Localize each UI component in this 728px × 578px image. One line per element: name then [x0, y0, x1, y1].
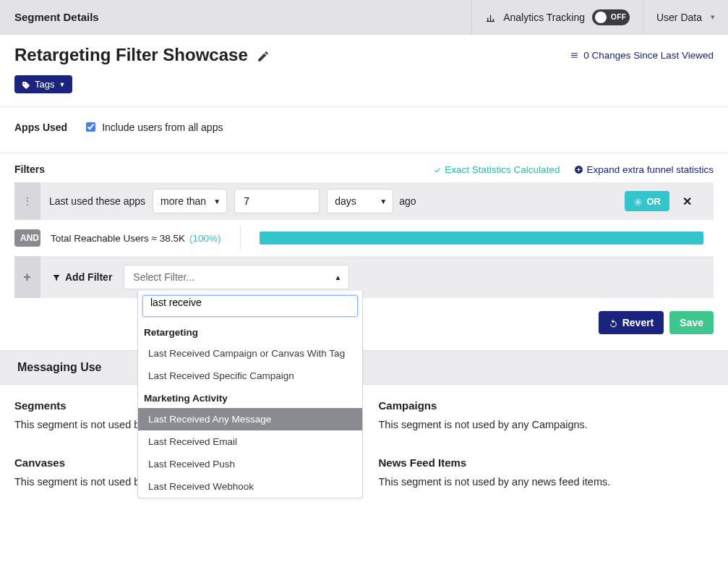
stats-calculated-badge: Exact Statistics Calculated — [433, 164, 560, 175]
reachable-stats: Total Reachable Users ≈ 38.5K (100%) — [51, 233, 221, 244]
expand-stats-link[interactable]: Expand extra funnel statistics — [574, 164, 714, 175]
undo-icon — [609, 317, 618, 328]
header: Retargeting Filter Showcase 0 Changes Si… — [0, 35, 728, 107]
dropdown-option[interactable]: Last Received Specific Campaign — [138, 365, 362, 387]
tags-dropdown[interactable]: Tags ▼ — [14, 75, 72, 93]
analytics-label: Analytics Tracking — [503, 12, 585, 23]
apps-used-label: Apps Used — [14, 122, 67, 133]
page-title: Retargeting Filter Showcase — [14, 45, 270, 65]
add-filter-row: + Add Filter Select Filter... ▲ Retarget… — [14, 256, 714, 298]
messaging-newsfeed: News Feed Items This segment is not used… — [379, 456, 714, 506]
remove-filter-button[interactable]: ✕ — [682, 195, 705, 208]
and-badge: AND — [14, 229, 40, 247]
filter-select[interactable]: Select Filter... ▲ — [124, 265, 349, 289]
comparator-select[interactable]: more than ▼ — [153, 189, 227, 213]
value-input[interactable] — [234, 189, 320, 213]
drag-handle[interactable]: ⋮ — [14, 182, 40, 220]
filters-section: Filters Exact Statistics Calculated Expa… — [0, 153, 728, 298]
caret-down-icon: ▼ — [59, 81, 65, 88]
user-data-dropdown[interactable]: User Data ▾ — [643, 0, 728, 34]
filter-field-label: Last used these apps — [49, 195, 145, 207]
topbar: Segment Details Analytics Tracking OFF U… — [0, 0, 728, 35]
save-button[interactable]: Save — [669, 311, 714, 334]
add-filter-label: Add Filter — [52, 271, 112, 283]
messaging-grid: Segments This segment is not used by any… — [0, 385, 728, 527]
filter-row-1: ⋮ Last used these apps more than ▼ days … — [14, 182, 714, 220]
plus-circle-icon — [633, 195, 643, 206]
analytics-tracking-toggle[interactable]: Analytics Tracking OFF — [472, 0, 643, 34]
dropdown-group-header: Retargeting — [138, 321, 362, 342]
messaging-campaigns: Campaigns This segment is not used by an… — [379, 399, 714, 449]
include-all-apps-input[interactable] — [86, 122, 95, 132]
suffix-label: ago — [399, 195, 416, 207]
caret-down-icon: ▼ — [213, 197, 220, 205]
or-button[interactable]: OR — [625, 191, 670, 211]
caret-down-icon: ▼ — [380, 197, 387, 205]
tag-icon — [22, 79, 30, 90]
action-row: Revert Save — [0, 298, 728, 350]
filter-search-input[interactable] — [149, 296, 351, 309]
chart-bar-icon — [485, 11, 496, 23]
edit-icon[interactable] — [257, 45, 270, 65]
caret-up-icon: ▲ — [334, 273, 341, 281]
funnel-icon — [52, 271, 61, 283]
dropdown-option[interactable]: Last Received Email — [138, 430, 362, 453]
dropdown-option[interactable]: Last Received Push — [138, 453, 362, 475]
unit-select[interactable]: days ▼ — [327, 189, 393, 213]
progress-bar — [260, 231, 703, 245]
revert-button[interactable]: Revert — [599, 311, 664, 334]
toggle-off[interactable]: OFF — [592, 9, 630, 25]
add-filter-plus[interactable]: + — [14, 256, 40, 298]
value-field[interactable] — [242, 195, 312, 208]
and-row: AND Total Reachable Users ≈ 38.5K (100%) — [14, 220, 714, 256]
filter-dropdown: RetargetingLast Received Campaign or Can… — [137, 291, 363, 498]
messaging-use-header: Messaging Use — [0, 350, 728, 385]
changes-link[interactable]: 0 Changes Since Last Viewed — [570, 50, 714, 61]
dropdown-option[interactable]: Last Received Campaign or Canvas With Ta… — [138, 342, 362, 365]
list-icon — [570, 50, 579, 61]
filters-title: Filters — [14, 163, 45, 175]
include-all-apps-checkbox[interactable]: Include users from all apps — [83, 120, 223, 134]
check-icon — [433, 164, 442, 175]
dropdown-option[interactable]: Last Received Any Message — [138, 408, 362, 430]
plus-circle-icon — [574, 164, 583, 175]
dropdown-group-header: Marketing Activity — [138, 387, 362, 408]
apps-used-section: Apps Used Include users from all apps — [0, 107, 728, 153]
dropdown-option[interactable]: Last Received Webhook — [138, 475, 362, 498]
topbar-title: Segment Details — [0, 0, 471, 34]
chevron-down-icon: ▾ — [711, 12, 715, 22]
